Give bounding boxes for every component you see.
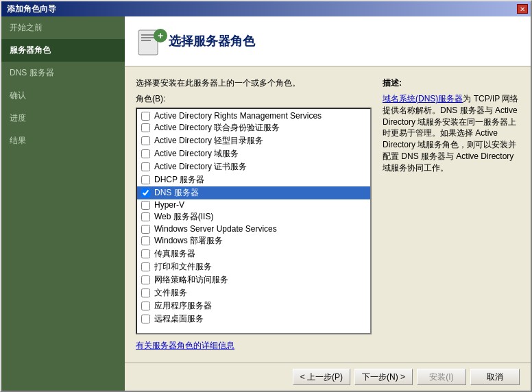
role-item[interactable]: 传真服务器 [137,247,370,260]
role-label: Active Directory 证书服务 [154,161,247,173]
role-item[interactable]: 文件服务 [137,286,370,299]
role-checkbox[interactable] [141,315,150,323]
sidebar-item[interactable]: 进度 [1,107,125,130]
sidebar-item[interactable]: DNS 服务器 [1,62,125,84]
role-label: Active Directory Rights Management Servi… [154,111,322,121]
role-label: 传真服务器 [154,248,195,260]
sidebar-item[interactable]: 开始之前 [1,16,125,39]
role-label: Hyper-V [154,200,184,210]
sidebar-item[interactable]: 服务器角色 [1,39,125,62]
role-label: DHCP 服务器 [154,174,204,186]
role-item[interactable]: 远程桌面服务 [137,313,370,326]
sidebar: 开始之前服务器角色DNS 服务器确认进度结果 [1,16,125,391]
svg-text:+: + [158,30,163,41]
role-item[interactable]: Windows Server Update Services [137,223,370,234]
dns-link[interactable]: 域名系统(DNS)服务器 [383,94,463,103]
window-title: 添加角色向导 [4,3,56,15]
role-checkbox[interactable] [141,123,150,132]
role-checkbox[interactable] [141,225,150,234]
role-checkbox[interactable] [141,249,150,258]
footer: < 上一步(P) 下一步(N) > 安装(I) 取消 [125,363,531,391]
roles-section: 选择要安装在此服务器上的一个或多个角色。 角色(B): Active Direc… [136,77,372,352]
roles-listbox[interactable]: Active Directory Rights Management Servi… [136,108,372,334]
role-checkbox[interactable] [141,262,150,271]
role-checkbox[interactable] [141,188,150,197]
role-checkbox[interactable] [141,289,150,297]
role-checkbox[interactable] [141,236,150,245]
role-label: 远程桌面服务 [154,313,204,325]
instruction-text: 选择要安装在此服务器上的一个或多个角色。 [136,77,372,89]
main-content: 开始之前服务器角色DNS 服务器确认进度结果 + 选择服务器角色 选 [1,16,531,391]
role-item[interactable]: DHCP 服务器 [137,173,370,186]
role-item[interactable]: 打印和文件服务 [137,260,370,273]
role-checkbox[interactable] [141,162,150,171]
role-item[interactable]: Windows 部署服务 [137,234,370,247]
role-item[interactable]: Hyper-V [137,199,370,210]
desc-title: 描述: [383,77,520,89]
role-item[interactable]: Active Directory Rights Management Servi… [137,110,370,121]
role-label: 网络策略和访问服务 [154,274,228,286]
role-item[interactable]: 网络策略和访问服务 [137,273,370,286]
right-panel: + 选择服务器角色 选择要安装在此服务器上的一个或多个角色。 角色(B): Ac… [125,16,531,391]
svg-rect-1 [141,34,155,36]
role-item[interactable]: Active Directory 联合身份验证服务 [137,121,370,134]
role-label: Web 服务器(IIS) [154,211,213,223]
role-item[interactable]: Active Directory 证书服务 [137,160,370,173]
page-title: 选择服务器角色 [169,33,255,49]
role-checkbox[interactable] [141,112,150,121]
role-checkbox[interactable] [141,201,150,210]
wizard-icon: + [136,25,169,58]
svg-rect-3 [141,40,151,41]
role-item[interactable]: Active Directory 域服务 [137,147,370,160]
role-label: 文件服务 [154,287,187,299]
role-item[interactable]: Web 服务器(IIS) [137,210,370,223]
role-label: Active Directory 轻型目录服务 [154,135,263,147]
role-label: DNS 服务器 [154,187,199,199]
cancel-button[interactable]: 取消 [470,369,520,385]
close-button[interactable]: ✕ [517,4,528,14]
svg-rect-2 [141,37,155,38]
role-checkbox[interactable] [141,175,150,184]
role-checkbox[interactable] [141,275,150,284]
header-area: + 选择服务器角色 [125,16,531,66]
role-checkbox[interactable] [141,302,150,310]
titlebar: 添加角色向导 ✕ [1,1,531,16]
sidebar-item[interactable]: 结果 [1,130,125,152]
next-button[interactable]: 下一步(N) > [354,369,413,385]
role-item[interactable]: 应用程序服务器 [137,299,370,313]
role-label: 打印和文件服务 [154,261,212,273]
install-button[interactable]: 安装(I) [417,369,466,385]
back-button[interactable]: < 上一步(P) [293,369,350,385]
role-item[interactable]: DNS 服务器 [137,186,370,199]
role-checkbox[interactable] [141,212,150,221]
link-area: 有关服务器角色的详细信息 [136,340,372,352]
role-label: Active Directory 域服务 [154,148,239,160]
roles-label: 角色(B): [136,93,372,105]
role-label: Windows Server Update Services [154,224,277,234]
role-checkbox[interactable] [141,149,150,158]
role-label: Windows 部署服务 [154,235,223,247]
role-item[interactable]: Active Directory 轻型目录服务 [137,134,370,147]
role-checkbox[interactable] [141,136,150,145]
description-panel: 描述: 域名系统(DNS)服务器为 TCP/IP 网络提供名称解析。DNS 服务… [383,77,520,352]
role-label: 应用程序服务器 [154,300,212,312]
sidebar-item[interactable]: 确认 [1,84,125,107]
desc-text: 域名系统(DNS)服务器为 TCP/IP 网络提供名称解析。DNS 服务器与 A… [383,93,520,174]
roles-detail-link[interactable]: 有关服务器角色的详细信息 [136,341,234,350]
wizard-window: 添加角色向导 ✕ 开始之前服务器角色DNS 服务器确认进度结果 + 选择服务器角… [0,0,532,392]
role-label: Active Directory 联合身份验证服务 [154,122,280,134]
content-area: 选择要安装在此服务器上的一个或多个角色。 角色(B): Active Direc… [125,66,531,363]
